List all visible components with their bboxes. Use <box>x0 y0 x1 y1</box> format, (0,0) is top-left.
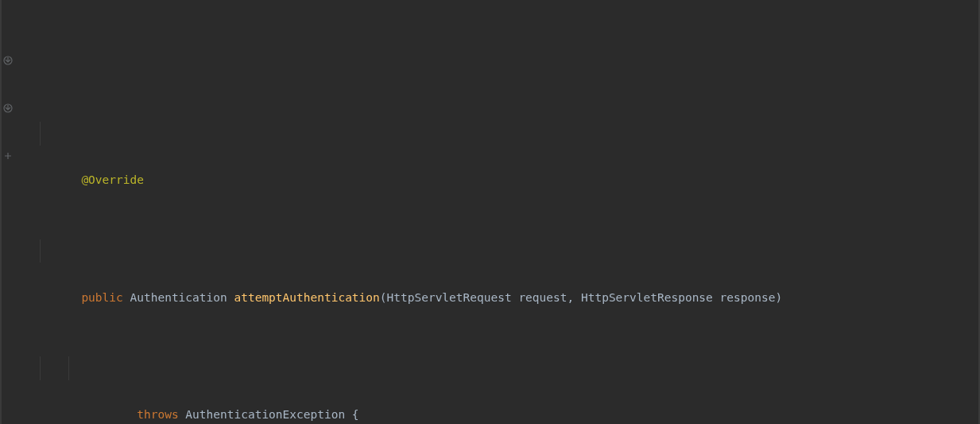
override-gutter-icon[interactable] <box>3 103 13 113</box>
implements-gutter-icon[interactable] <box>3 151 13 161</box>
keyword-public: public <box>81 291 122 304</box>
annotation: @Override <box>81 173 144 186</box>
gutter <box>2 0 17 424</box>
method-name: attemptAuthentication <box>234 291 379 304</box>
params: (HttpServletRequest request, HttpServlet… <box>380 291 782 304</box>
code-line[interactable]: public Authentication attemptAuthenticat… <box>17 239 978 263</box>
override-gutter-icon[interactable] <box>3 56 13 65</box>
code-editor[interactable]: @Override public Authentication attemptA… <box>0 0 980 424</box>
exception-type: AuthenticationException { <box>185 408 358 421</box>
code-line[interactable]: @Override <box>17 122 978 146</box>
keyword-throws: throws <box>137 408 178 421</box>
code-line[interactable]: throws AuthenticationException { <box>17 356 978 380</box>
code-area[interactable]: @Override public Authentication attemptA… <box>17 0 978 424</box>
type: Authentication <box>130 291 227 304</box>
